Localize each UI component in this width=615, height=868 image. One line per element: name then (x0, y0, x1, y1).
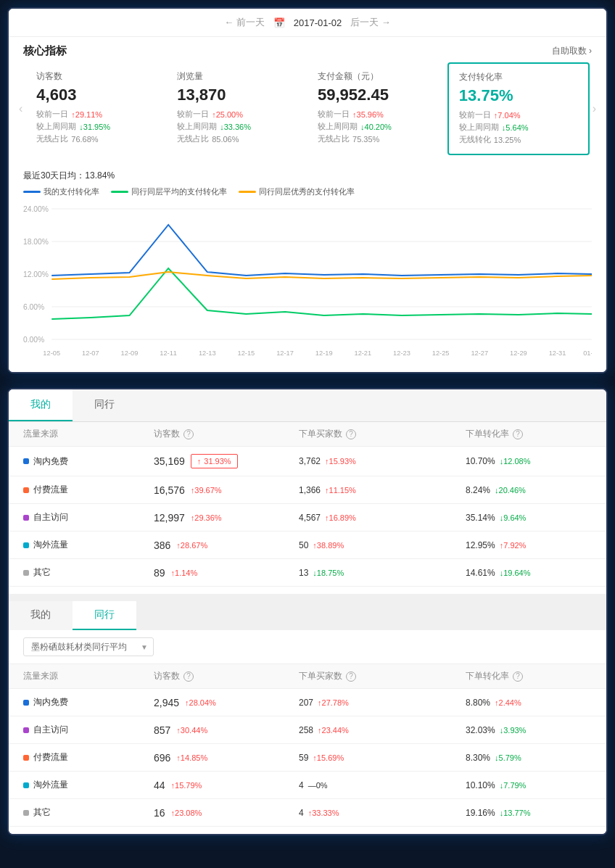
chart-section: 最近30天日均：13.84% 我的支付转化率 同行同层平均的支付转化率 同行同层… (9, 162, 606, 372)
visitors-change-badge: 31.93% (191, 454, 238, 468)
source-name: 付费流量 (33, 484, 68, 496)
col-orders-header: 下单买家数 ? (299, 428, 466, 440)
conversion-rate: 19.16% (466, 808, 495, 818)
visitors-cell: 35,169 31.93% (154, 454, 299, 468)
table-row: 付费流量 16,576 39.67% 1,366 11.15% 8.24% 20… (9, 476, 606, 504)
metric-value-2: 59,952.45 (318, 86, 437, 104)
svg-text:12-21: 12-21 (354, 350, 371, 357)
table-row: 淘外流量 44 15.79% 4 —0% 10.10% 7.79% (9, 772, 606, 799)
metric-prev-week-3: 较上周同期 5.64% (459, 122, 578, 133)
next-day-button[interactable]: 后一天 → (350, 16, 391, 29)
source-dot (23, 727, 29, 733)
metric-card-3[interactable]: 支付转化率 13.75% 较前一日 7.04% 较上周同期 5.64% 无线转化… (447, 62, 590, 155)
table-row: 淘内免费 2,945 28.04% 207 27.78% 8.80% 2.44% (9, 689, 606, 716)
self-help-button[interactable]: 自助取数 › (552, 45, 592, 57)
conversion-change: 3.93% (500, 726, 527, 735)
svg-text:12-29: 12-29 (510, 350, 527, 357)
visitors-cell: 89 1.14% (154, 567, 299, 579)
svg-text:18.00%: 18.00% (23, 238, 49, 246)
peer-table-body: 淘内免费 2,945 28.04% 207 27.78% 8.80% 2.44% (9, 689, 606, 827)
legend-item-2: 同行同层优秀的支付转化率 (239, 186, 355, 197)
orders-help-icon[interactable]: ? (346, 429, 356, 439)
conversion-cell: 8.30% 5.79% (466, 753, 608, 763)
orders-num: 59 (299, 753, 308, 763)
source-name: 淘外流量 (33, 539, 68, 551)
peer-col-source-header: 流量来源 (23, 670, 154, 682)
orders-cell: 13 18.75% (299, 568, 466, 578)
prev-day-button[interactable]: ← 前一天 (224, 16, 265, 29)
visitors-cell: 12,997 29.36% (154, 512, 299, 524)
source-cell: 付费流量 (23, 751, 154, 764)
peer-col-visitors-header: 访客数 ? (154, 670, 299, 682)
conversion-rate: 8.30% (466, 753, 490, 763)
svg-text:12-05: 12-05 (43, 350, 60, 357)
svg-text:12-27: 12-27 (471, 350, 488, 357)
visitors-cell: 386 28.67% (154, 540, 299, 551)
visitors-help-icon[interactable]: ? (183, 429, 194, 439)
metric-prev-day-0: 较前一日 29.11% (36, 109, 155, 120)
metric-card-2[interactable]: 支付金额（元） 59,952.45 较前一日 35.96% 较上周同期 40.2… (307, 62, 447, 155)
svg-text:6.00%: 6.00% (23, 303, 44, 311)
conversion-rate: 12.95% (466, 540, 495, 550)
peer-visitors-help-icon[interactable]: ? (183, 671, 194, 682)
my-table-header: 流量来源 访客数 ? 下单买家数 ? 下单转化率 ? 操作 (9, 422, 606, 447)
svg-text:12-07: 12-07 (82, 350, 99, 357)
source-dot (23, 810, 29, 816)
metric-card-1[interactable]: 浏览量 13,870 较前一日 25.00% 较上周同期 33.36% 无线占比… (166, 62, 307, 155)
tab-peer[interactable]: 同行 (73, 389, 136, 421)
orders-change: 38.89% (313, 541, 344, 550)
conversion-cell: 32.03% 3.93% (466, 725, 608, 735)
orders-num: 258 (299, 725, 313, 735)
conversion-cell: 12.95% 7.92% (466, 540, 608, 550)
peer-dropdown-wrapper: 墨粉硒鼓耗材类同行平均 ▼ (23, 637, 154, 656)
orders-cell: 258 23.44% (299, 725, 466, 735)
peer-category-dropdown[interactable]: 墨粉硒鼓耗材类同行平均 (23, 637, 154, 656)
conversion-change: 19.64% (500, 569, 531, 577)
conversion-change: 5.79% (495, 753, 521, 762)
metric-wireless-1: 无线占比 85.06% (177, 133, 296, 144)
peer-col-conversion-header: 下单转化率 ? (466, 670, 608, 682)
conversion-cell: 14.61% 19.64% (466, 568, 608, 578)
table-row: 淘内免费 35,169 31.93% 3,762 15.93% 10.70% 1… (9, 447, 606, 476)
metric-card-0[interactable]: 访客数 4,603 较前一日 29.11% 较上周同期 31.95% 无线占比 … (25, 62, 166, 155)
conversion-change: 9.64% (500, 513, 527, 522)
metric-prev-day-1: 较前一日 25.00% (177, 109, 296, 120)
metric-label-0: 访客数 (36, 70, 155, 83)
peer-conversion-help-icon[interactable]: ? (513, 671, 523, 682)
conversion-help-icon[interactable]: ? (513, 429, 523, 439)
peer-orders-help-icon[interactable]: ? (346, 671, 356, 682)
conversion-rate: 8.80% (466, 698, 490, 708)
legend-label-0: 我的支付转化率 (44, 186, 99, 197)
my-table-section: 流量来源 访客数 ? 下单买家数 ? 下单转化率 ? 操作 淘内免费 35,16… (9, 422, 606, 594)
visitors-cell: 696 14.85% (154, 752, 299, 764)
source-dot (23, 458, 29, 464)
metrics-next-button[interactable]: › (590, 62, 599, 155)
metric-value-3: 13.75% (459, 86, 578, 105)
source-cell: 淘外流量 (23, 779, 154, 791)
metric-prev-week-1: 较上周同期 33.36% (177, 121, 296, 132)
peer-section-tab-my[interactable]: 我的 (9, 601, 73, 630)
svg-text:12-19: 12-19 (315, 350, 333, 357)
visitors-change-badge: 14.85% (176, 753, 207, 762)
source-cell: 淘内免费 (23, 455, 154, 468)
legend-dot-0 (23, 191, 41, 193)
visitors-change-badge: 30.44% (176, 726, 207, 735)
conversion-rate: 35.14% (466, 513, 495, 523)
metrics-prev-button[interactable]: ‹ (16, 62, 25, 155)
table-row: 付费流量 696 14.85% 59 15.69% 8.30% 5.79% (9, 744, 606, 772)
conversion-cell: 10.70% 12.08% (466, 456, 608, 466)
tab-my[interactable]: 我的 (9, 389, 73, 421)
svg-text:12-31: 12-31 (549, 350, 566, 357)
core-title: 核心指标 (23, 44, 67, 58)
source-name: 淘外流量 (33, 779, 68, 791)
conversion-cell: 8.24% 20.46% (466, 485, 608, 495)
visitors-cell: 16,576 39.67% (154, 484, 299, 496)
top-panel: ← 前一天 📅 2017-01-02 后一天 → 核心指标 自助取数 › ‹ 访… (7, 7, 608, 373)
source-dot (23, 542, 29, 548)
conversion-cell: 10.10% 7.79% (466, 780, 608, 790)
metric-wireless-2: 无线占比 75.35% (318, 133, 437, 144)
metric-label-3: 支付转化率 (459, 71, 578, 83)
peer-table-section: 流量来源 访客数 ? 下单买家数 ? 下单转化率 ? 操作 淘内免费 2,945 (9, 664, 606, 834)
top-tab-bar: 我的 同行 (9, 389, 606, 422)
peer-section-tab-peer[interactable]: 同行 (73, 601, 136, 630)
